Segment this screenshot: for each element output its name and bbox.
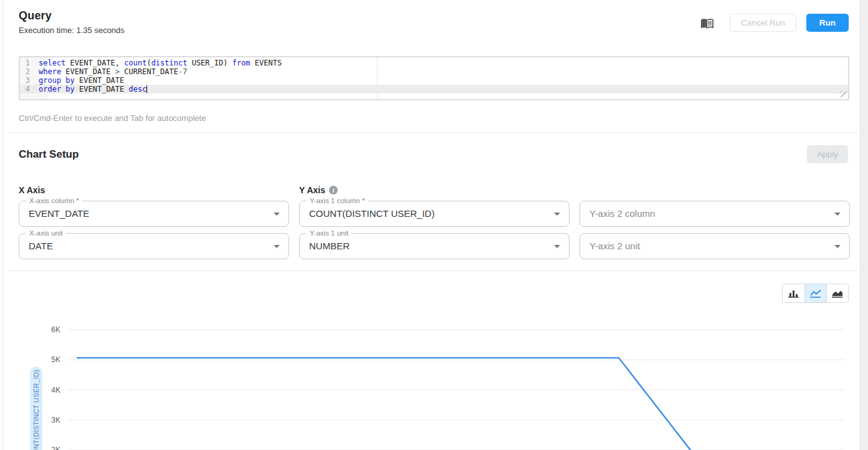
caret-down-icon bbox=[274, 213, 280, 216]
y-axis-1-column-value: COUNT(DISTINCT USER_ID) bbox=[300, 201, 569, 226]
y-tick-label: 5K bbox=[51, 355, 60, 364]
y-axis-1-column-select[interactable]: Y-axis 1 column * COUNT(DISTINCT USER_ID… bbox=[299, 201, 570, 227]
bar-chart-icon bbox=[788, 289, 800, 299]
y-axis-2-unit-placeholder: Y-axis 2 unit bbox=[580, 234, 849, 259]
section-divider bbox=[8, 270, 858, 271]
main-content: Query Execution time: 1.35 seconds Cance… bbox=[3, 0, 858, 450]
code-line[interactable]: 4order by EVENT_DATE desc bbox=[20, 85, 848, 93]
axis-headings-row: X Axis Y Axis i bbox=[19, 185, 850, 195]
line-number: 4 bbox=[20, 85, 39, 93]
y-axis-2-unit-select[interactable]: Y-axis 2 unit bbox=[579, 233, 850, 259]
line-number: 1 bbox=[20, 59, 39, 67]
cancel-run-button[interactable]: Cancel Run bbox=[730, 14, 796, 32]
code-line[interactable]: 2where EVENT_DATE > CURRENT_DATE-7 bbox=[20, 67, 848, 76]
x-axis-unit-select[interactable]: X-axis unit DATE bbox=[19, 233, 289, 259]
line-number: 3 bbox=[20, 76, 39, 85]
caret-down-icon bbox=[274, 245, 280, 248]
chart-type-area-button[interactable] bbox=[826, 284, 848, 302]
series-line bbox=[77, 358, 709, 450]
code-line[interactable]: 3group by EVENT_DATE bbox=[20, 76, 848, 85]
section-divider bbox=[8, 132, 858, 133]
x-axis-unit-value: DATE bbox=[19, 234, 289, 259]
chart-type-line-button[interactable] bbox=[804, 284, 826, 302]
chart-type-bar-button[interactable] bbox=[783, 284, 804, 302]
y-axis-title-pill: COUNT(DISTINCT USER_ID) bbox=[30, 366, 42, 450]
chart-setup-title: Chart Setup bbox=[19, 148, 79, 161]
line-chart-icon bbox=[809, 289, 822, 299]
open-book-icon[interactable] bbox=[700, 16, 715, 30]
run-button[interactable]: Run bbox=[806, 14, 849, 32]
caret-down-icon bbox=[554, 245, 560, 248]
y-axis-heading: Y Axis i bbox=[299, 185, 570, 195]
caret-down-icon bbox=[554, 213, 560, 216]
y-axis-2-column-select[interactable]: Y-axis 2 column bbox=[579, 201, 850, 227]
line-number: 2 bbox=[20, 67, 39, 76]
y-tick-label: 6K bbox=[51, 325, 60, 334]
code-line[interactable]: 1select EVENT_DATE, count(distinct USER_… bbox=[20, 59, 848, 67]
execution-time-text: Execution time: 1.35 seconds bbox=[19, 26, 125, 35]
caret-down-icon bbox=[834, 213, 841, 216]
x-axis-column-select[interactable]: X-axis column * EVENT_DATE bbox=[19, 201, 289, 227]
y-axis-1-unit-value: NUMBER bbox=[300, 234, 569, 259]
area-chart-icon bbox=[831, 289, 844, 299]
y-axis-title: COUNT(DISTINCT USER_ID) bbox=[32, 366, 40, 450]
chart-type-toggle-group bbox=[782, 284, 849, 303]
x-axis-column-value: EVENT_DATE bbox=[19, 201, 289, 226]
caret-down-icon bbox=[834, 245, 841, 248]
editor-lines: 1select EVENT_DATE, count(distinct USER_… bbox=[20, 59, 848, 93]
line-chart: 6K5K4K3K2K bbox=[3, 305, 858, 450]
editor-hint-text: Ctrl/Cmd-Enter to execute and Tab for au… bbox=[19, 113, 206, 123]
y-tick-label: 3K bbox=[51, 416, 60, 424]
editor-resize-handle[interactable] bbox=[839, 90, 846, 97]
y-axis-1-unit-select[interactable]: Y-axis 1 unit NUMBER bbox=[299, 233, 570, 259]
sql-editor[interactable]: 1select EVENT_DATE, count(distinct USER_… bbox=[19, 56, 849, 100]
vertical-scrollbar[interactable] bbox=[859, 0, 868, 450]
info-circle-icon[interactable]: i bbox=[329, 186, 338, 194]
chart-setup-fields: X-axis column * EVENT_DATE Y-axis 1 colu… bbox=[19, 201, 850, 259]
query-section-title: Query bbox=[19, 9, 52, 22]
sql-chart-workspace: Query Execution time: 1.35 seconds Cance… bbox=[0, 0, 868, 450]
y-axis-2-column-placeholder: Y-axis 2 column bbox=[580, 201, 849, 226]
text-cursor bbox=[146, 85, 147, 93]
x-axis-heading: X Axis bbox=[19, 185, 289, 195]
apply-button[interactable]: Apply bbox=[807, 145, 848, 163]
y-tick-label: 2K bbox=[51, 446, 60, 450]
y-tick-label: 4K bbox=[51, 386, 60, 395]
query-actions: Cancel Run Run bbox=[700, 14, 849, 32]
